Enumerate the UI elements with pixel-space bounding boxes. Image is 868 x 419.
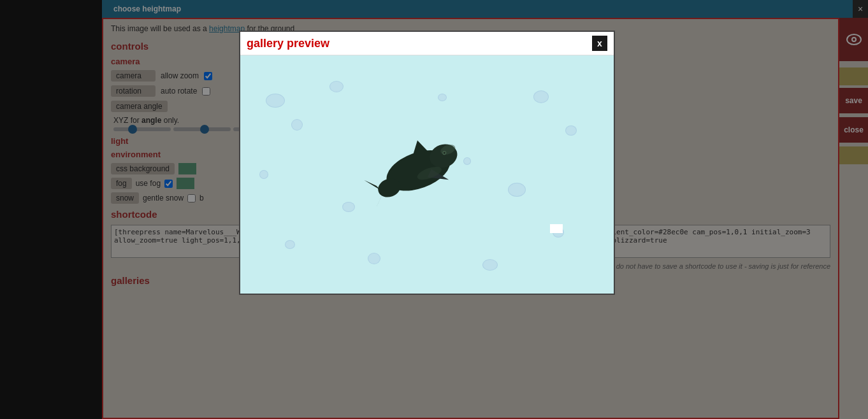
modal-body [240,55,614,294]
bubble-6 [565,125,577,136]
bubble-1 [266,94,285,108]
bubble-3 [329,81,344,92]
whale-container [362,120,477,230]
bubble-7 [508,183,526,197]
gallery-preview-modal: gallery preview x [239,31,615,295]
bubble-8 [285,240,295,249]
bubble-2 [291,119,303,131]
bubble-9 [368,253,380,264]
bubble-13 [342,202,355,212]
bubble-12 [438,94,447,101]
bubble-10 [482,259,498,271]
modal-title: gallery preview [247,37,329,50]
white-square [550,224,563,233]
bubble-4 [259,170,268,179]
bubble-5 [533,90,549,103]
modal-header: gallery preview x [240,32,614,55]
whale-svg [362,120,477,228]
modal-close-button[interactable]: x [592,36,607,51]
